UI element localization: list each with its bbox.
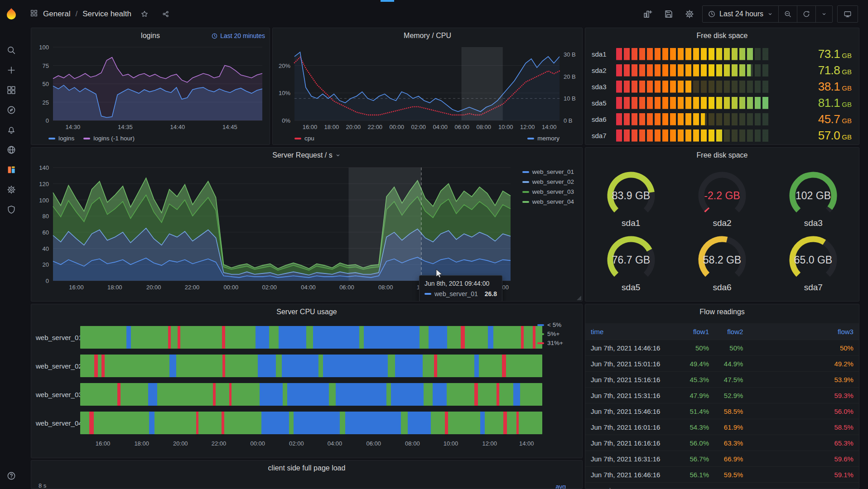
legend-item[interactable]: memory: [527, 135, 559, 142]
save-dashboard-icon[interactable]: [661, 6, 677, 22]
column-header-flow1[interactable]: flow1: [675, 328, 709, 336]
state-segment: [391, 383, 423, 406]
disk-row-sda2: sda271.8GB: [585, 62, 859, 78]
legend-swatch: [522, 171, 529, 173]
timeline-bar: [80, 355, 542, 377]
requests-chart[interactable]: 020406080100120140 16:0018:0020:0022:000…: [53, 168, 511, 281]
memory-cpu-chart[interactable]: 0%10%20% 0 B10 B20 B30 B 16:0018:0020:00…: [294, 47, 559, 120]
grafana-logo[interactable]: [3, 5, 20, 23]
share-icon[interactable]: [158, 6, 174, 22]
axis-tick: 08:00: [378, 284, 393, 291]
legend-item[interactable]: logins (-1 hour): [83, 135, 135, 142]
configuration-gear-icon[interactable]: [0, 182, 23, 197]
refresh-icon[interactable]: [797, 6, 815, 22]
axis-tick: 04:00: [328, 440, 342, 447]
axis-tick: 00:00: [390, 124, 405, 130]
legend-item[interactable]: < 5%: [537, 321, 561, 328]
refresh-interval-caret[interactable]: [815, 6, 832, 22]
axis-tick: 20:00: [146, 284, 161, 291]
zoom-out-icon[interactable]: [778, 6, 797, 22]
panel-title[interactable]: logins: [141, 32, 160, 40]
y-axis-left: 0%10%20%: [272, 47, 290, 120]
state-segment: [485, 412, 503, 434]
table-row: Jun 7th, 2021 16:31:1656.7%66.9%59.6%: [585, 451, 859, 466]
y-axis-right: 0 B10 B20 B30 B: [564, 47, 583, 120]
panel-resize-handle[interactable]: [577, 296, 581, 300]
app-plugin-icon[interactable]: [0, 162, 23, 177]
cycle-view-icon[interactable]: [837, 5, 858, 23]
alerting-bell-icon[interactable]: [0, 122, 23, 138]
panel-time-override[interactable]: Last 20 minutes: [211, 32, 265, 39]
state-segment: [465, 326, 488, 349]
gauge-label: sda7: [804, 283, 823, 292]
create-icon[interactable]: [0, 62, 23, 78]
legend-swatch: [522, 201, 529, 203]
state-segment: [395, 355, 423, 377]
legend-item[interactable]: cpu: [294, 135, 314, 142]
cell-value: 65.7%: [743, 487, 854, 489]
server-label: web_server_03: [33, 391, 80, 398]
panel-title[interactable]: Server CPU usage: [276, 308, 337, 316]
panel-menu-caret[interactable]: [335, 152, 341, 158]
y-axis-tick: 8 s: [39, 482, 46, 489]
state-segment: [340, 412, 345, 434]
disk-bar-rows: sda173.1GBsda271.8GBsda338.1GBsda581.1GB…: [585, 43, 859, 144]
legend-item[interactable]: web_server_03: [522, 188, 574, 195]
state-segment: [222, 326, 225, 349]
dashboards-icon[interactable]: [0, 82, 23, 98]
legend-item[interactable]: web_server_01: [522, 168, 574, 175]
panel-title[interactable]: Free disk space: [697, 151, 748, 159]
search-icon[interactable]: [0, 43, 23, 58]
axis-tick: 14:45: [222, 124, 237, 130]
state-segment: [493, 326, 521, 349]
legend-item[interactable]: 5%+: [537, 331, 559, 337]
state-segment: [345, 412, 400, 434]
panel-flow-readings: Flow readings timeflow1flow2flow3 Jun 7t…: [585, 304, 859, 489]
time-range-picker[interactable]: Last 24 hours: [703, 6, 778, 22]
state-segment: [388, 355, 395, 377]
bar-cells: [616, 64, 769, 77]
legend-item[interactable]: avg: [555, 483, 566, 489]
column-header-time[interactable]: time: [591, 328, 675, 336]
star-icon[interactable]: [136, 6, 153, 22]
state-segment: [506, 355, 520, 377]
state-segment: [329, 383, 336, 406]
panel-title[interactable]: Memory / CPU: [404, 32, 451, 40]
state-segment: [101, 355, 105, 377]
timeline-bar: [80, 326, 542, 349]
column-header-flow3[interactable]: flow3: [743, 328, 854, 336]
state-segment: [447, 383, 474, 406]
legend-item[interactable]: logins: [48, 135, 74, 142]
legend-item[interactable]: 31%+: [537, 340, 563, 346]
legend-item[interactable]: web_server_02: [522, 178, 574, 185]
logins-chart[interactable]: 0255075100 14:3014:3514:4014:45: [53, 47, 262, 120]
svg-text:102 GB: 102 GB: [796, 190, 831, 201]
add-panel-icon[interactable]: [640, 6, 656, 22]
server-admin-shield-icon[interactable]: [0, 202, 23, 217]
globe-icon[interactable]: [0, 142, 23, 158]
column-header-flow2[interactable]: flow2: [709, 328, 743, 336]
breadcrumb-dashboard[interactable]: Service health: [82, 10, 131, 19]
state-segment: [478, 383, 497, 406]
state-segment: [225, 355, 257, 377]
cell-value: 66.9%: [709, 455, 743, 463]
state-segment: [261, 412, 289, 434]
disk-bar-gauge: [616, 81, 769, 93]
table-row: Jun 7th, 2021 14:46:1650%50%50%: [585, 340, 859, 355]
gauge-arc: 65.0 GB: [775, 233, 852, 283]
breadcrumb-folder[interactable]: General: [43, 10, 70, 19]
state-segment: [94, 355, 98, 377]
chart-legend: < 5%5%+31%+: [537, 321, 563, 346]
dashboard-settings-icon[interactable]: [681, 6, 698, 22]
help-icon[interactable]: [6, 471, 16, 483]
panel-title[interactable]: client side full page load: [268, 464, 346, 472]
explore-compass-icon[interactable]: [0, 102, 23, 118]
state-segment: [180, 326, 222, 349]
panel-title[interactable]: Flow readings: [699, 308, 745, 316]
legend-item[interactable]: web_server_04: [522, 198, 574, 205]
tooltip-series-name: web_server_01: [434, 290, 478, 297]
panel-title[interactable]: Free disk space: [697, 32, 748, 40]
panel-title[interactable]: Server Request / s: [272, 151, 333, 159]
cell-value: 47.5%: [709, 376, 743, 384]
disk-row-sda3: sda338.1GB: [585, 78, 859, 95]
